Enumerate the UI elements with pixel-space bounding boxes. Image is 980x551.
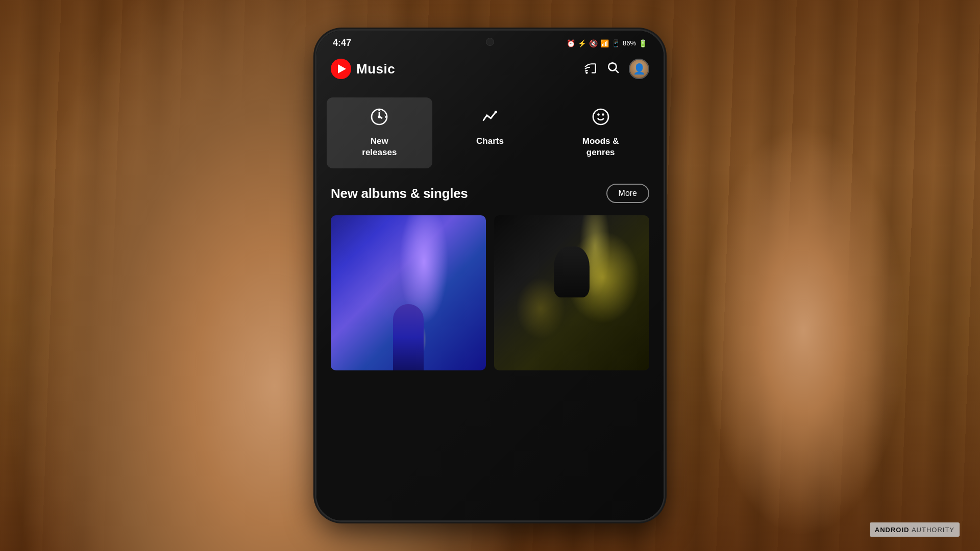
bluetooth-icon: ⚡	[578, 39, 586, 47]
new-releases-icon	[370, 108, 388, 129]
more-button[interactable]: More	[606, 184, 649, 203]
album-card-2[interactable]	[494, 215, 649, 370]
battery-icon: 🔋	[639, 39, 647, 47]
moods-genres-label: Moods &genres	[582, 136, 619, 158]
alarm-icon: ⏰	[567, 39, 575, 47]
charts-label: Charts	[476, 136, 504, 147]
svg-line-2	[616, 70, 619, 73]
status-time: 4:47	[333, 38, 351, 48]
user-avatar[interactable]: 👤	[629, 59, 649, 79]
play-icon	[338, 64, 346, 73]
avatar-image: 👤	[630, 60, 648, 78]
album-card-1[interactable]	[331, 215, 486, 370]
album-art-1	[331, 215, 486, 370]
svg-point-1	[608, 63, 616, 70]
svg-point-4	[593, 109, 608, 124]
album-figure-1	[393, 304, 424, 370]
nav-item-new-releases[interactable]: Newreleases	[327, 97, 432, 168]
nav-section: Newreleases Charts	[316, 87, 664, 173]
nav-item-moods-genres[interactable]: Moods &genres	[548, 97, 653, 168]
yt-music-logo[interactable]	[331, 59, 351, 79]
watermark-brand: ANDROID	[875, 526, 910, 534]
charts-icon	[481, 108, 499, 129]
battery-percent: 86%	[623, 39, 636, 47]
album-art-2	[494, 215, 649, 370]
signal-icon: 📱	[611, 39, 620, 47]
cast-button[interactable]	[584, 62, 597, 76]
watermark-sub: AUTHORITY	[912, 526, 954, 534]
albums-grid	[331, 215, 649, 370]
svg-point-3	[379, 116, 380, 118]
app-header: Music	[316, 53, 664, 87]
app-title: Music	[356, 61, 395, 77]
phone-screen: 4:47 ⏰ ⚡ 🔇 📶 📱 86% 🔋 Music	[316, 31, 664, 520]
new-releases-label: Newreleases	[362, 136, 397, 158]
header-actions: 👤	[584, 59, 649, 79]
wifi-icon: 📶	[600, 39, 609, 47]
moods-genres-icon	[592, 108, 610, 129]
mute-icon: 🔇	[589, 39, 598, 47]
logo-area: Music	[331, 59, 395, 79]
svg-point-0	[585, 71, 587, 73]
nav-item-charts[interactable]: Charts	[437, 97, 543, 168]
status-icons: ⏰ ⚡ 🔇 📶 📱 86% 🔋	[567, 39, 647, 47]
watermark: ANDROID AUTHORITY	[870, 522, 960, 537]
album-figure-2	[554, 246, 590, 297]
albums-section	[316, 211, 664, 520]
search-button[interactable]	[606, 61, 620, 77]
camera-notch	[486, 38, 494, 46]
phone-device: 4:47 ⏰ ⚡ 🔇 📶 📱 86% 🔋 Music	[316, 31, 664, 520]
section-header: New albums & singles More	[316, 173, 664, 211]
section-title: New albums & singles	[331, 186, 468, 202]
